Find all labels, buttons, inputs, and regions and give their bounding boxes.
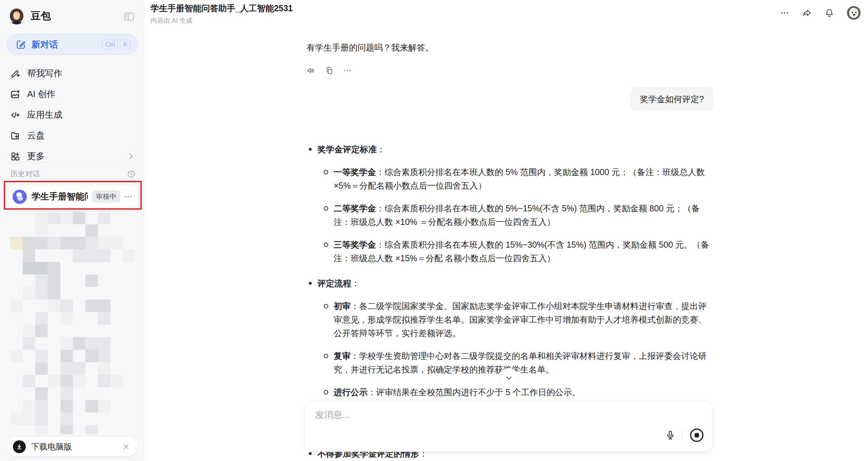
message-input[interactable] bbox=[315, 410, 638, 420]
code-app-gen-icon bbox=[10, 110, 20, 120]
sidebar-item-label: AI 创作 bbox=[27, 88, 135, 100]
history-item-title: 学生手册智能问答... bbox=[32, 191, 88, 203]
list-item: 奖学金评定标准： bbox=[307, 142, 713, 156]
user-avatar[interactable] bbox=[847, 6, 861, 20]
sidebar: 豆包 新对话 Ctrl K bbox=[0, 0, 144, 461]
chevron-down-icon bbox=[505, 373, 513, 382]
sidebar-item-label: 云盘 bbox=[27, 130, 135, 141]
more-options-icon[interactable] bbox=[780, 8, 789, 18]
doubao-logo-avatar bbox=[8, 7, 25, 24]
download-desktop-button[interactable]: 下载电脑版 bbox=[7, 437, 138, 456]
history-item-student-handbook[interactable]: 学生手册智能问答... 审核中 bbox=[8, 186, 138, 207]
status-badge: 审核中 bbox=[92, 190, 120, 203]
read-aloud-icon[interactable] bbox=[307, 66, 315, 75]
chat-column: 有学生手册的问题吗？我来解答。 bbox=[307, 27, 713, 460]
list-item: 一等奖学金：综合素质积分排名在本班人数的 5% 范围内，奖励金额 1000 元；… bbox=[323, 165, 713, 192]
sidebar-item-cloud-drive[interactable]: 云盘 bbox=[0, 125, 144, 146]
censored-history-mosaic bbox=[10, 212, 135, 434]
scroll-to-bottom-button[interactable] bbox=[499, 368, 518, 387]
microphone-icon[interactable] bbox=[665, 430, 675, 440]
download-label: 下载电脑版 bbox=[31, 441, 122, 452]
brand-row: 豆包 bbox=[0, 0, 144, 24]
composer-tools bbox=[665, 428, 704, 443]
sidebar-collapse-icon[interactable] bbox=[123, 11, 135, 21]
new-chat-button[interactable]: 新对话 Ctrl K bbox=[7, 34, 138, 55]
list-item: 进行公示：评审结果在全校范围内进行不少于 5 个工作日的公示。 bbox=[323, 385, 713, 399]
new-chat-edit-icon bbox=[16, 39, 26, 50]
notification-bell-icon[interactable] bbox=[825, 8, 834, 18]
title-block: 学生手册智能问答助手_人工智能2531 内容由 AI 生成 bbox=[151, 3, 293, 25]
main-header: 学生手册智能问答助手_人工智能2531 内容由 AI 生成 bbox=[144, 0, 868, 27]
sidebar-item-label: 应用生成 bbox=[27, 109, 135, 121]
message-actions bbox=[307, 66, 713, 75]
sidebar-item-label: 更多 bbox=[27, 150, 127, 162]
kbd-k: K bbox=[120, 40, 131, 49]
share-icon[interactable] bbox=[802, 8, 812, 18]
user-message-bubble: 奖学金如何评定? bbox=[630, 87, 713, 111]
list-item: 初审：各二级学院国家奖学金、国家励志奖学金评审工作小组对本院学生申请材料进行审查… bbox=[323, 299, 713, 340]
sidebar-divider bbox=[7, 162, 137, 162]
tools-divider bbox=[682, 429, 683, 441]
ai-generated-notice: 内容由 AI 生成 bbox=[151, 16, 293, 25]
kbd-ctrl: Ctrl bbox=[102, 40, 118, 49]
history-header: 历史对话 bbox=[10, 169, 136, 179]
sidebar-item-label: 帮我写作 bbox=[27, 68, 135, 79]
new-chat-label: 新对话 bbox=[32, 39, 100, 51]
header-actions bbox=[780, 6, 861, 20]
list-item: 评定流程： bbox=[307, 276, 713, 290]
history-clock-icon[interactable] bbox=[127, 170, 136, 178]
folder-drive-icon bbox=[10, 131, 20, 141]
ai-create-image-icon bbox=[10, 89, 20, 99]
sidebar-item-ai-create[interactable]: AI 创作 bbox=[0, 84, 144, 104]
download-icon bbox=[13, 440, 26, 453]
copy-icon[interactable] bbox=[325, 66, 334, 75]
brand-name: 豆包 bbox=[31, 9, 123, 23]
message-more-icon[interactable] bbox=[343, 66, 352, 75]
sidebar-item-app-gen[interactable]: 应用生成 bbox=[0, 104, 144, 125]
sidebar-item-write[interactable]: 帮我写作 bbox=[0, 63, 144, 84]
more-apps-grid-icon bbox=[10, 151, 20, 161]
write-pencil-icon bbox=[10, 69, 20, 79]
sidebar-item-more[interactable]: 更多 bbox=[0, 146, 144, 167]
agent-avatar-icon bbox=[13, 190, 27, 204]
list-item: 二等奖学金：综合素质积分排名在本班人数的 5%~15%(不含 5%) 范围内，奖… bbox=[323, 201, 713, 229]
main-panel: 学生手册智能问答助手_人工智能2531 内容由 AI 生成 bbox=[144, 0, 868, 461]
list-item: 三等奖学金：综合素质积分排名在本班人数的 15%~30%(不含 15%) 范围内… bbox=[323, 238, 713, 265]
doubao-app: 豆包 新对话 Ctrl K bbox=[0, 0, 868, 461]
close-icon[interactable] bbox=[122, 443, 130, 451]
history-item-more-icon[interactable] bbox=[123, 192, 133, 202]
list-item: 复审：学校学生资助管理中心对各二级学院提交的名单和相关评审材料进行复审，上报评委… bbox=[323, 349, 713, 376]
page-title: 学生手册智能问答助手_人工智能2531 bbox=[151, 3, 293, 14]
sidebar-menu: 帮我写作 AI 创作 应用生成 bbox=[0, 63, 144, 167]
chevron-right-icon bbox=[127, 152, 135, 160]
user-message-row: 奖学金如何评定? bbox=[307, 87, 713, 111]
composer bbox=[304, 401, 713, 452]
assistant-greeting: 有学生手册的问题吗？我来解答。 bbox=[307, 42, 713, 53]
history-title: 历史对话 bbox=[10, 169, 127, 179]
stop-generating-button[interactable] bbox=[689, 428, 704, 443]
